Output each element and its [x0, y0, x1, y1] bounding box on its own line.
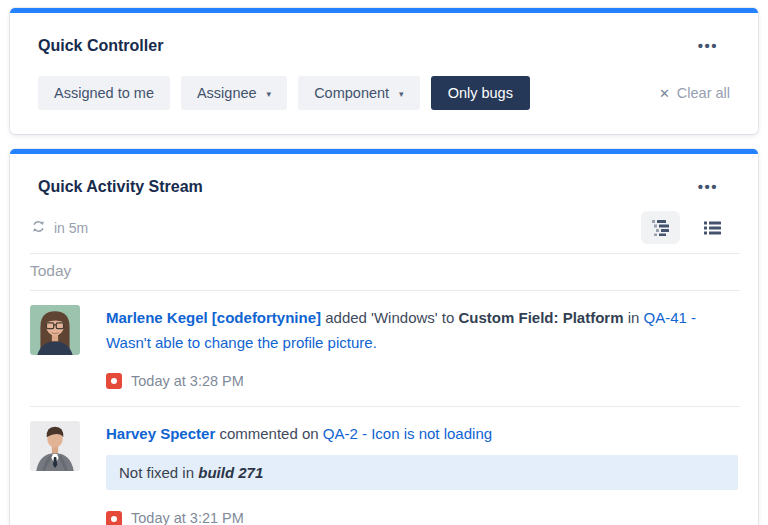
action-text: in [628, 309, 640, 326]
bug-issue-type-icon [106, 373, 122, 389]
comment-quote: Not fixed in build 271 [106, 455, 738, 491]
comment-text: Not fixed in [119, 464, 194, 481]
gadget-title: Quick Activity Stream [38, 178, 203, 196]
compact-list-view-icon[interactable] [693, 211, 732, 244]
action-text: commented on [219, 425, 318, 442]
clear-all-button[interactable]: ✕ Clear all [659, 85, 730, 101]
bug-issue-type-icon [106, 511, 122, 525]
timestamp: Today at 3:28 PM [131, 369, 244, 393]
quick-activity-stream-gadget: Quick Activity Stream ••• in 5m [10, 149, 758, 525]
more-menu-icon[interactable]: ••• [696, 175, 720, 198]
filter-only-bugs-button[interactable]: Only bugs [431, 76, 530, 110]
filter-label: Assignee [197, 85, 257, 101]
quick-controller-gadget: Quick Controller ••• Assigned to me Assi… [10, 8, 758, 134]
issue-link[interactable]: QA-2 - Icon is not loading [323, 425, 492, 442]
activity-item: Harvey Specter commented on QA-2 - Icon … [10, 407, 758, 525]
activity-meta: Today at 3:28 PM [106, 369, 738, 393]
chevron-down-icon: ▾ [399, 90, 404, 99]
filter-component-dropdown[interactable]: Component ▾ [298, 76, 420, 110]
stream-toolbar: in 5m [10, 198, 758, 253]
activity-item: Marlene Kegel [codefortynine] added 'Win… [10, 291, 758, 406]
clear-all-label: Clear all [677, 85, 730, 101]
gadget-header: Quick Activity Stream ••• [10, 154, 758, 198]
refresh-countdown-label: in 5m [54, 220, 88, 236]
activity-meta: Today at 3:21 PM [106, 506, 738, 525]
detailed-view-icon[interactable] [641, 211, 680, 244]
gadget-title: Quick Controller [38, 37, 163, 55]
more-menu-icon[interactable]: ••• [696, 34, 720, 57]
avatar-harvey-specter [30, 421, 80, 471]
timestamp: Today at 3:21 PM [131, 506, 244, 525]
filter-row: Assigned to me Assignee ▾ Component ▾ On… [10, 57, 758, 134]
filter-label: Assigned to me [54, 85, 154, 101]
filter-assigned-to-me-button[interactable]: Assigned to me [38, 76, 170, 110]
avatar-marlene-kegel [30, 305, 80, 355]
filter-label: Only bugs [448, 85, 513, 101]
refresh-control[interactable]: in 5m [31, 219, 88, 237]
field-name: Custom Field: Platform [459, 309, 624, 326]
chevron-down-icon: ▾ [267, 90, 272, 99]
comment-highlight: build 271 [198, 464, 263, 481]
actor-link[interactable]: Harvey Specter [106, 425, 215, 442]
filter-assignee-dropdown[interactable]: Assignee ▾ [181, 76, 287, 110]
gadget-header: Quick Controller ••• [10, 13, 758, 57]
action-text: added 'Windows' to [325, 309, 454, 326]
filter-label: Component [314, 85, 389, 101]
close-icon: ✕ [659, 87, 670, 100]
activity-text: Harvey Specter commented on QA-2 - Icon … [106, 421, 738, 525]
view-toggles [641, 211, 732, 244]
actor-link[interactable]: Marlene Kegel [codefortynine] [106, 309, 321, 326]
activity-text: Marlene Kegel [codefortynine] added 'Win… [106, 305, 738, 393]
date-group-header: Today [10, 254, 758, 290]
refresh-icon [31, 219, 46, 237]
